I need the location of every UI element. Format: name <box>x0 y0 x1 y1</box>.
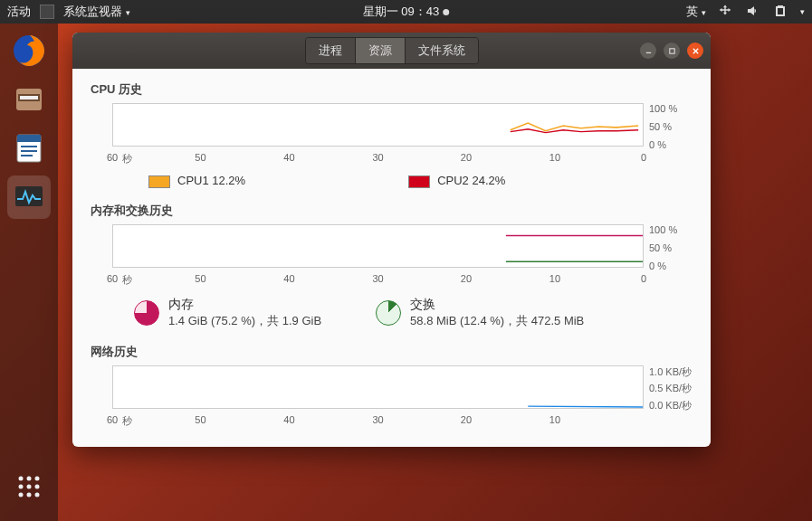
svg-point-13 <box>19 485 24 489</box>
memory-x-axis: 秒 6050403020100 <box>112 273 644 286</box>
memory-usage[interactable]: 内存1.4 GiB (75.2 %)，共 1.9 GiB <box>134 297 321 329</box>
activities-button[interactable]: 活动 <box>7 4 31 20</box>
top-panel: 活动 系统监视器 ▾ 星期一 09：43 英 ▾ ▾ <box>0 0 812 24</box>
minimize-button[interactable] <box>640 43 656 59</box>
svg-point-10 <box>19 477 24 481</box>
tab-resources[interactable]: 资源 <box>356 38 406 63</box>
svg-rect-20 <box>669 48 673 52</box>
legend-cpu2[interactable]: CPU2 24.2% <box>408 174 505 188</box>
swap-usage[interactable]: 交换58.8 MiB (12.4 %)，共 472.5 MiB <box>376 297 584 329</box>
cpu-y-axis: 100 %50 %0 % <box>644 103 693 150</box>
network-history-title: 网络历史 <box>91 344 693 360</box>
app-menu-icon <box>40 5 54 19</box>
svg-point-16 <box>19 493 24 497</box>
network-icon[interactable] <box>719 4 733 21</box>
svg-rect-5 <box>17 135 41 142</box>
maximize-button[interactable] <box>664 43 680 59</box>
app-menu[interactable]: 系统监视器 ▾ <box>63 4 130 20</box>
legend-cpu1[interactable]: CPU1 12.2% <box>148 174 245 188</box>
swap-pie-icon <box>376 300 401 326</box>
view-tabs: 进程 资源 文件系统 <box>305 37 479 64</box>
close-button[interactable] <box>687 43 703 59</box>
battery-icon[interactable] <box>773 4 788 21</box>
dock-show-apps[interactable] <box>7 465 51 508</box>
volume-icon[interactable] <box>746 4 760 21</box>
svg-point-15 <box>35 485 40 489</box>
dock-system-monitor[interactable] <box>7 175 51 219</box>
svg-rect-3 <box>20 96 38 99</box>
clock[interactable]: 星期一 09：43 <box>363 4 450 20</box>
cpu-x-axis: 秒 6050403020100 <box>112 152 644 165</box>
memory-history-title: 内存和交换历史 <box>91 203 693 219</box>
tab-processes[interactable]: 进程 <box>306 38 356 63</box>
svg-point-18 <box>35 493 40 497</box>
cpu-chart[interactable] <box>112 103 644 147</box>
network-x-axis: 秒 605040302010 <box>112 414 644 427</box>
svg-point-11 <box>27 477 32 481</box>
svg-point-17 <box>27 493 32 497</box>
tab-filesystems[interactable]: 文件系统 <box>406 38 478 63</box>
network-y-axis: 1.0 KB/秒0.5 KB/秒0.0 KB/秒 <box>644 365 693 412</box>
cpu-legend: CPU1 12.2% CPU2 24.2% <box>148 174 693 188</box>
dock <box>0 24 58 521</box>
memory-y-axis: 100 %50 %0 % <box>644 224 693 271</box>
dock-firefox[interactable] <box>7 29 51 72</box>
svg-point-12 <box>35 477 40 481</box>
cpu-history-title: CPU 历史 <box>91 81 693 98</box>
dock-files[interactable] <box>7 78 51 121</box>
resources-panel: CPU 历史 100 %50 %0 % 秒 6050403020100 CPU1… <box>72 69 711 447</box>
dock-writer[interactable] <box>7 127 51 170</box>
titlebar[interactable]: 进程 资源 文件系统 <box>72 33 711 69</box>
ime-indicator[interactable]: 英 ▾ <box>686 4 706 20</box>
system-menu-chevron-icon[interactable]: ▾ <box>800 7 805 16</box>
memory-chart[interactable] <box>112 224 644 268</box>
network-chart[interactable] <box>112 365 644 409</box>
system-monitor-window: 进程 资源 文件系统 CPU 历史 100 %50 %0 % 秒 <box>72 33 711 447</box>
svg-point-14 <box>27 485 32 489</box>
memory-pie-icon <box>134 300 159 326</box>
